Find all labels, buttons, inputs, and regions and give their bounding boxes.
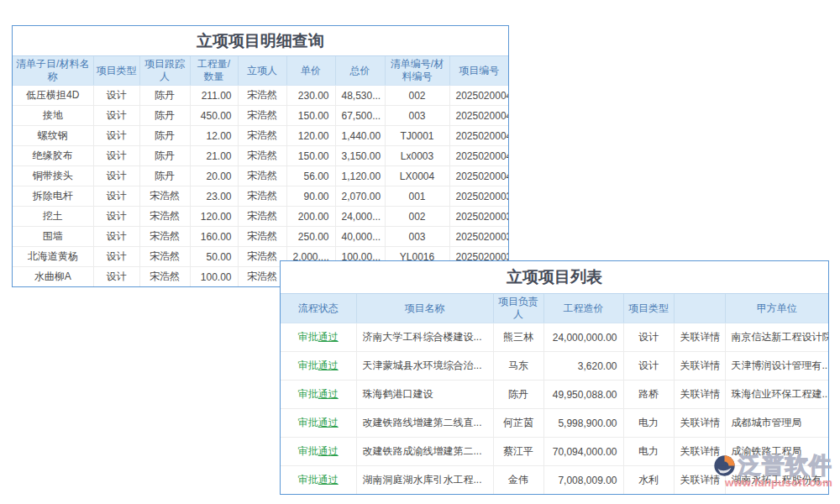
col-header-project-type: 项目类型 [623,294,674,323]
project-code-link[interactable]: 2025020004 [449,86,508,106]
col-header-project-cost: 工程造价 [543,294,623,323]
flow-status-link[interactable]: 审批通过 [281,438,356,466]
flow-status-link[interactable]: 审批通过 [281,466,356,495]
project-name-link[interactable]: 济南大学工科综合楼建设... [356,323,493,352]
project-type-cell: 设计 [93,146,139,166]
flow-status-link[interactable]: 审批通过 [281,381,356,409]
list-code-cell: 002 [385,86,449,106]
project-name-link[interactable]: 改建铁路成渝线增建第二... [356,438,493,466]
detail-panel-title: 立项项目明细查询 [13,26,508,56]
project-code-link[interactable]: 2025020004 [449,106,508,126]
initiator-cell: 宋浩然 [238,186,286,207]
quantity-cell: 50.00 [190,247,238,267]
project-leader-link[interactable]: 金伟 [493,466,543,495]
project-code-link[interactable]: 2025020003 [449,186,508,207]
detail-action-link[interactable]: 关联详情 [674,438,725,466]
project-name-link[interactable]: 珠海鹤港口建设 [356,381,493,409]
initiator-cell: 宋浩然 [238,126,286,146]
initiator-cell: 宋浩然 [238,227,286,247]
unit-price-cell: 150.00 [286,106,335,126]
quantity-cell: 23.00 [190,186,238,207]
item-name-cell: 北海道黄杨 [13,247,93,267]
project-leader-link[interactable]: 何芷茵 [493,409,543,438]
tracker-cell: 宋浩然 [139,227,190,247]
project-leader-link[interactable]: 陈丹 [493,381,543,409]
project-code-link[interactable]: 2025020003 [449,227,508,247]
project-type-cell: 设计 [93,166,139,186]
project-cost-cell: 49,950,088.00 [543,381,623,409]
project-code-link[interactable]: 2025020003 [449,207,508,227]
list-code-cell: Lx0003 [385,146,449,166]
detail-action-link[interactable]: 关联详情 [674,381,725,409]
status-text: 审批 [298,417,318,428]
table-row: 低压横担4D设计陈丹211.00宋浩然230.0048,530...002202… [13,86,508,106]
table-row: 审批通过湖南洞庭湖水库引水工程...金伟7,008,009.00水利关联详情湖南… [281,466,828,495]
table-row: 审批通过天津蒙城县水环境综合治...马东3,620.00设计关联详情天津博润设计… [281,352,828,381]
col-header-initiator: 立项人 [238,56,286,86]
status-link[interactable]: 通过 [318,388,339,400]
project-name-link[interactable]: 改建铁路线增建第二线直... [356,409,493,438]
total-price-cell: 1,120.00 [335,166,385,186]
tracker-cell: 宋浩然 [139,267,190,287]
item-name-cell: 低压横担4D [13,86,93,106]
client-unit-cell: 珠海信业环保工程建... [725,381,828,409]
project-leader-link[interactable]: 熊三林 [493,323,543,352]
detail-action-link[interactable]: 关联详情 [674,466,725,495]
table-row: 审批通过改建铁路成渝线增建第二...蔡江平70,094,000.00电力关联详情… [281,438,828,466]
project-cost-cell: 5,998,900.00 [543,409,623,438]
project-code-link[interactable]: 2025020004 [449,126,508,146]
detail-action-link[interactable]: 关联详情 [674,352,725,381]
tracker-cell: 陈丹 [139,166,190,186]
col-header-total-price: 总价 [335,56,385,86]
detail-action-link[interactable]: 关联详情 [674,323,725,352]
project-type-cell: 电力 [623,409,674,438]
flow-status-link[interactable]: 审批通过 [281,409,356,438]
detail-query-panel: 立项项目明细查询 清单子目/材料名称项目类型项目跟踪人工程量/数量立项人单价总价… [12,25,509,287]
item-name-cell: 螺纹钢 [13,126,93,146]
project-type-cell: 设计 [93,267,139,287]
col-header-project-name: 项目名称 [356,294,493,323]
col-header-project-type: 项目类型 [93,56,139,86]
tracker-cell: 宋浩然 [139,247,190,267]
unit-price-cell: 250.00 [286,227,335,247]
item-name-cell: 拆除电杆 [13,186,93,207]
status-link[interactable]: 通过 [318,331,339,343]
status-text: 审批 [298,445,318,457]
total-price-cell: 1,440.00 [335,126,385,146]
project-type-cell: 设计 [93,106,139,126]
status-text: 审批 [298,474,318,486]
table-row: 螺纹钢设计陈丹12.00宋浩然120.001,440.00TJ000120250… [13,126,508,146]
project-leader-link[interactable]: 马东 [493,352,543,381]
project-type-cell: 设计 [93,247,139,267]
project-code-link[interactable]: 2025020004 [449,166,508,186]
project-leader-link[interactable]: 蔡江平 [493,438,543,466]
status-text: 审批 [298,360,318,371]
tracker-cell: 宋浩然 [139,207,190,227]
project-cost-cell: 24,000,000.00 [543,323,623,352]
project-code-link[interactable]: 2025020004 [449,146,508,166]
detail-action-link[interactable]: 关联详情 [674,409,725,438]
flow-status-link[interactable]: 审批通过 [281,352,356,381]
project-type-cell: 路桥 [623,381,674,409]
unit-price-cell: 200.00 [286,207,335,227]
status-text: 审批 [298,388,318,400]
project-name-link[interactable]: 天津蒙城县水环境综合治... [356,352,493,381]
flow-status-link[interactable]: 审批通过 [281,323,356,352]
project-type-cell: 设计 [93,207,139,227]
item-name-cell: 接地 [13,106,93,126]
client-unit-cell: 成渝铁路工程局 [725,438,828,466]
total-price-cell: 3,150.00 [335,146,385,166]
status-link[interactable]: 通过 [318,417,339,428]
table-row: 围墙设计宋浩然160.00宋浩然250.0040,000...003202502… [13,227,508,247]
tracker-cell: 陈丹 [139,126,190,146]
list-code-cell: 001 [385,186,449,207]
status-link[interactable]: 通过 [318,360,339,371]
project-cost-cell: 7,008,009.00 [543,466,623,495]
project-type-cell: 设计 [623,323,674,352]
status-link[interactable]: 通过 [318,445,339,457]
status-link[interactable]: 通过 [318,474,339,486]
item-name-cell: 绝缘胶布 [13,146,93,166]
status-text: 审批 [298,331,318,343]
project-name-link[interactable]: 湖南洞庭湖水库引水工程... [356,466,493,495]
quantity-cell: 12.00 [190,126,238,146]
